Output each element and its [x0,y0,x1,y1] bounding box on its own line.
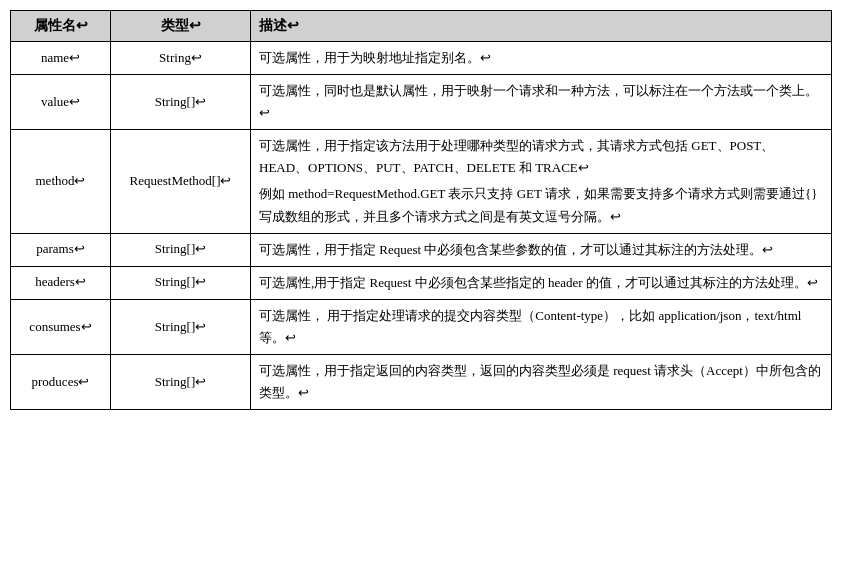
table-row: name↩String↩可选属性，用于为映射地址指定别名。↩ [11,42,832,75]
cell-type: RequestMethod[]↩ [111,130,251,233]
cell-desc: 可选属性，用于指定该方法用于处理哪种类型的请求方式，其请求方式包括 GET、PO… [251,130,832,233]
cell-name: produces↩ [11,355,111,410]
cell-desc: 可选属性，同时也是默认属性，用于映射一个请求和一种方法，可以标注在一个方法或一个… [251,75,832,130]
cell-type: String[]↩ [111,299,251,354]
header-name: 属性名↩ [11,11,111,42]
cell-name: headers↩ [11,266,111,299]
cell-name: method↩ [11,130,111,233]
cell-type: String[]↩ [111,355,251,410]
table-row: produces↩String[]↩可选属性，用于指定返回的内容类型，返回的内容… [11,355,832,410]
header-desc: 描述↩ [251,11,832,42]
table-row: consumes↩String[]↩可选属性， 用于指定处理请求的提交内容类型（… [11,299,832,354]
table-row: value↩String[]↩可选属性，同时也是默认属性，用于映射一个请求和一种… [11,75,832,130]
cell-type: String[]↩ [111,266,251,299]
cell-desc: 可选属性， 用于指定处理请求的提交内容类型（Content-type），比如 a… [251,299,832,354]
cell-name: name↩ [11,42,111,75]
table-row: method↩RequestMethod[]↩可选属性，用于指定该方法用于处理哪… [11,130,832,233]
cell-name: value↩ [11,75,111,130]
cell-type: String[]↩ [111,233,251,266]
cell-desc: 可选属性，用于指定 Request 中必须包含某些参数的值，才可以通过其标注的方… [251,233,832,266]
cell-type: String↩ [111,42,251,75]
attributes-table: 属性名↩ 类型↩ 描述↩ name↩String↩可选属性，用于为映射地址指定别… [10,10,832,410]
table-row: headers↩String[]↩可选属性,用于指定 Request 中必须包含… [11,266,832,299]
cell-name: consumes↩ [11,299,111,354]
cell-type: String[]↩ [111,75,251,130]
cell-desc: 可选属性，用于为映射地址指定别名。↩ [251,42,832,75]
table-container: 属性名↩ 类型↩ 描述↩ name↩String↩可选属性，用于为映射地址指定别… [0,0,842,420]
header-type: 类型↩ [111,11,251,42]
cell-name: params↩ [11,233,111,266]
table-row: params↩String[]↩可选属性，用于指定 Request 中必须包含某… [11,233,832,266]
cell-desc: 可选属性，用于指定返回的内容类型，返回的内容类型必须是 request 请求头（… [251,355,832,410]
cell-desc: 可选属性,用于指定 Request 中必须包含某些指定的 header 的值，才… [251,266,832,299]
